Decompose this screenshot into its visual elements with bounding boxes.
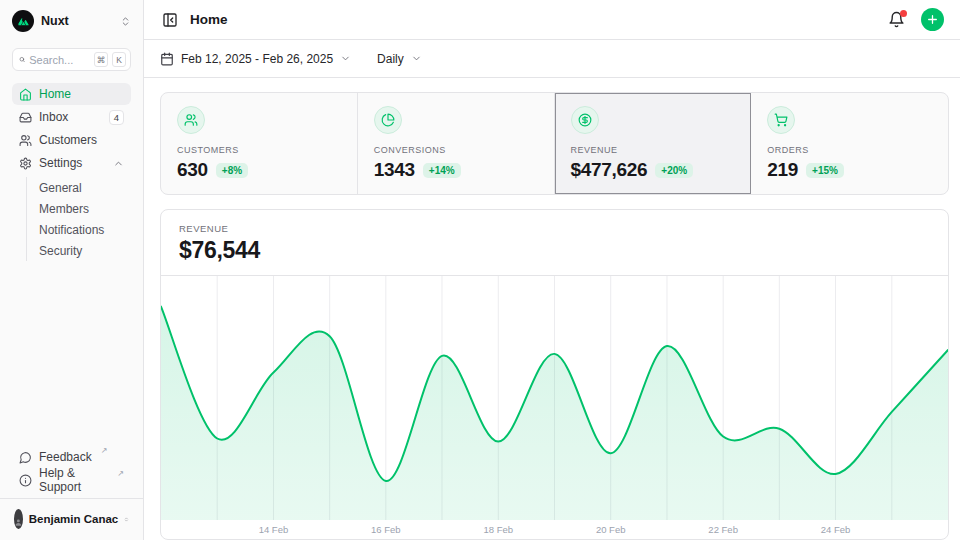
- calendar-icon: [160, 52, 174, 66]
- external-link-icon: ↗: [101, 446, 108, 455]
- x-axis-tick: 24 Feb: [821, 524, 851, 535]
- stat-delta-badge: +8%: [216, 163, 248, 178]
- x-axis-tick: 20 Feb: [596, 524, 626, 535]
- home-icon: [19, 88, 32, 101]
- workspace-name: Nuxt: [41, 14, 113, 28]
- feedback-label: Feedback: [39, 450, 92, 464]
- x-axis-tick: 22 Feb: [708, 524, 738, 535]
- search-input[interactable]: [29, 54, 90, 66]
- stat-card-customers[interactable]: CUSTOMERS 630 +8%: [161, 93, 358, 194]
- x-axis-tick: 14 Feb: [259, 524, 289, 535]
- stat-delta-badge: +14%: [423, 163, 461, 178]
- help-support-link[interactable]: Help & Support ↗: [12, 469, 131, 491]
- plus-icon: [926, 13, 939, 26]
- stat-value: 630: [177, 159, 208, 181]
- stat-label: CUSTOMERS: [177, 145, 341, 155]
- chart-header: REVENUE $76,544: [161, 210, 948, 276]
- stat-label: CONVERSIONS: [374, 145, 538, 155]
- sidebar-item-customers[interactable]: Customers: [12, 129, 131, 151]
- avatar: [14, 509, 23, 529]
- users-icon: [19, 134, 32, 147]
- chart-canvas: [161, 276, 948, 520]
- settings-submenu: General Members Notifications Security: [26, 177, 131, 261]
- chart-metric-label: REVENUE: [179, 223, 930, 234]
- dashboard-content: CUSTOMERS 630 +8% CONVERSIONS 1343 +14%: [144, 78, 960, 540]
- x-axis-tick: 16 Feb: [371, 524, 401, 535]
- inbox-icon: [19, 111, 32, 124]
- nuxt-logo-icon: [12, 10, 34, 32]
- app-window: Nuxt ⌘ K Home Inbox 4 Customers: [0, 0, 960, 540]
- kbd-cmd: ⌘: [94, 52, 108, 67]
- notification-dot: [900, 10, 907, 17]
- stat-card-revenue[interactable]: REVENUE $477,626 +20%: [555, 93, 752, 194]
- panel-left-close-icon: [162, 12, 178, 28]
- stat-label: REVENUE: [571, 145, 735, 155]
- search-input-wrapper[interactable]: ⌘ K: [12, 48, 131, 71]
- notifications-button[interactable]: [886, 9, 907, 30]
- stat-card-orders[interactable]: ORDERS 219 +15%: [751, 93, 948, 194]
- sidebar-item-label: Inbox: [39, 110, 102, 124]
- sidebar-item-general[interactable]: General: [39, 177, 131, 198]
- sidebar-footer: Feedback ↗ Help & Support ↗ Benjamin Can…: [12, 446, 131, 532]
- sidebar-item-security[interactable]: Security: [39, 240, 131, 261]
- revenue-area-chart[interactable]: [161, 276, 948, 520]
- stats-row: CUSTOMERS 630 +8% CONVERSIONS 1343 +14%: [160, 92, 949, 195]
- chevron-up-icon: [113, 158, 124, 169]
- chart-metric-value: $76,544: [179, 237, 930, 264]
- chart-x-axis: 14 Feb16 Feb18 Feb20 Feb22 Feb24 Feb: [161, 520, 948, 539]
- filters-toolbar: Feb 12, 2025 - Feb 26, 2025 Daily: [144, 40, 960, 78]
- sidebar-item-label: Settings: [39, 156, 106, 170]
- sidebar-item-settings[interactable]: Settings: [12, 152, 131, 174]
- sidebar-item-notifications[interactable]: Notifications: [39, 219, 131, 240]
- info-circle-icon: [19, 474, 32, 487]
- sidebar-item-home[interactable]: Home: [12, 83, 131, 105]
- sidebar-item-inbox[interactable]: Inbox 4: [12, 106, 131, 128]
- granularity-value: Daily: [377, 52, 404, 66]
- x-axis-tick: 18 Feb: [483, 524, 513, 535]
- stat-card-conversions[interactable]: CONVERSIONS 1343 +14%: [358, 93, 555, 194]
- users-icon: [184, 113, 198, 127]
- add-button[interactable]: [921, 8, 944, 31]
- gear-icon: [19, 157, 32, 170]
- workspace-switcher[interactable]: Nuxt: [12, 8, 131, 34]
- sidebar: Nuxt ⌘ K Home Inbox 4 Customers: [0, 0, 144, 540]
- pie-chart-icon: [381, 113, 395, 127]
- stat-value: $477,626: [571, 159, 648, 181]
- chevron-down-icon: [411, 53, 422, 64]
- sidebar-item-label: Customers: [39, 133, 124, 147]
- chevrons-up-down-icon: [120, 16, 131, 27]
- date-range-picker[interactable]: Feb 12, 2025 - Feb 26, 2025: [160, 52, 351, 66]
- top-header: Home: [144, 0, 960, 40]
- stat-value: 1343: [374, 159, 415, 181]
- stat-delta-badge: +15%: [806, 163, 844, 178]
- shopping-cart-icon: [774, 113, 788, 127]
- sidebar-divider: [0, 498, 143, 499]
- help-support-label: Help & Support: [39, 466, 108, 494]
- chevrons-up-down-icon: [124, 514, 129, 525]
- inbox-count-badge: 4: [109, 110, 124, 125]
- feedback-link[interactable]: Feedback ↗: [12, 446, 131, 468]
- stat-label: ORDERS: [767, 145, 932, 155]
- sidebar-item-label: Home: [39, 87, 124, 101]
- stat-delta-badge: +20%: [655, 163, 693, 178]
- dollar-circle-icon: [578, 113, 592, 127]
- search-icon: [19, 54, 25, 65]
- stat-value: 219: [767, 159, 798, 181]
- revenue-chart-card: REVENUE $76,544 14 Feb16 Feb18 Feb20 Feb…: [160, 209, 949, 540]
- sidebar-item-members[interactable]: Members: [39, 198, 131, 219]
- kbd-k: K: [112, 52, 126, 67]
- user-name: Benjamin Canac: [29, 513, 118, 525]
- user-menu[interactable]: Benjamin Canac: [12, 506, 131, 532]
- sidebar-collapse-button[interactable]: [160, 10, 180, 30]
- external-link-icon: ↗: [117, 469, 124, 478]
- main-panel: Home Feb 12, 2025 - Feb 26, 2025 Daily: [144, 0, 960, 540]
- chevron-down-icon: [340, 53, 351, 64]
- granularity-select[interactable]: Daily: [377, 52, 422, 66]
- message-bubble-icon: [19, 451, 32, 464]
- date-range-value: Feb 12, 2025 - Feb 26, 2025: [181, 52, 333, 66]
- page-title: Home: [190, 12, 876, 27]
- sidebar-nav: Home Inbox 4 Customers Settings General …: [12, 83, 131, 263]
